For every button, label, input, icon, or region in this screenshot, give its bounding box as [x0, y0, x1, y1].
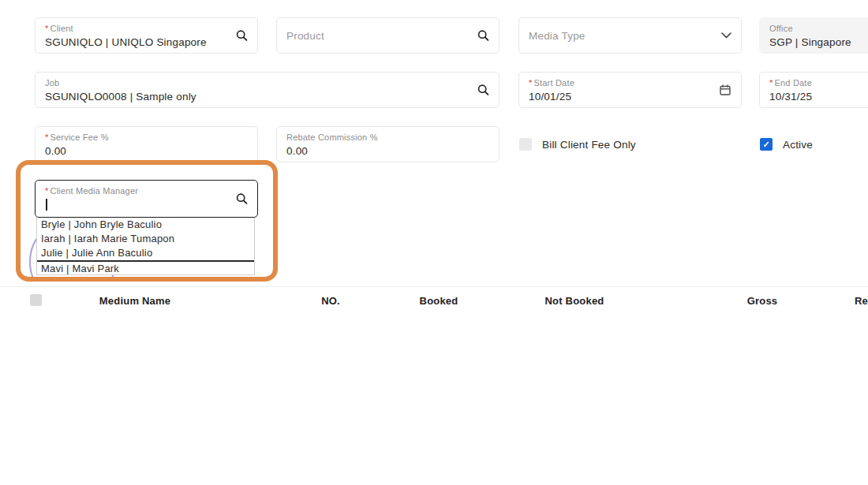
required-asterisk: * [45, 24, 48, 33]
rebate-commission-value: 0.00 [286, 144, 489, 159]
search-icon[interactable] [236, 30, 248, 42]
chevron-down-icon[interactable] [721, 32, 731, 39]
required-asterisk: * [529, 78, 532, 88]
service-fee-value: 0.00 [45, 144, 248, 159]
active-checkbox[interactable]: ✓ [760, 138, 773, 151]
job-value: SGUNIQLO0008 | Sample only [45, 90, 489, 104]
text-caret [46, 199, 47, 211]
client-media-manager-dropdown: Bryle | John Bryle Baculio Iarah | Iarah… [36, 218, 255, 275]
column-not-booked: Not Booked [545, 295, 604, 307]
calendar-icon[interactable] [719, 84, 731, 96]
client-media-manager-highlight-popup: *Client Media Manager Bryle | John Bryle… [16, 160, 278, 282]
start-date-label: *Start Date [529, 77, 731, 88]
job-field[interactable]: Job SGUNIQLO0008 | Sample only [35, 72, 499, 108]
office-label: Office [769, 23, 868, 34]
product-field[interactable]: Product [276, 17, 499, 54]
dropdown-option[interactable]: Iarah | Iarah Marie Tumapon [37, 232, 254, 246]
bill-client-fee-only-checkbox[interactable]: ✓ [519, 138, 532, 151]
end-date-field[interactable]: *End Date 10/31/25 [759, 72, 868, 108]
start-date-field[interactable]: *Start Date 10/01/25 [518, 72, 742, 108]
column-gross: Gross [747, 295, 778, 307]
product-placeholder: Product [286, 18, 324, 53]
booking-form-page: *Client SGUNIQLO | UNIQLO Singapore Prod… [0, 0, 868, 485]
check-icon: ✓ [762, 140, 769, 149]
client-label: *Client [45, 23, 248, 34]
end-date-label: *End Date [769, 77, 868, 88]
search-icon[interactable] [236, 193, 248, 205]
end-date-value: 10/31/25 [769, 90, 868, 104]
media-type-select[interactable]: Media Type [518, 17, 742, 54]
rebate-commission-label: Rebate Commission % [286, 132, 489, 143]
media-type-placeholder: Media Type [529, 18, 586, 53]
client-value: SGUNIQLO | UNIQLO Singapore [45, 35, 248, 50]
column-medium-name: Medium Name [99, 295, 170, 307]
search-icon[interactable] [477, 30, 489, 42]
dropdown-option[interactable]: Julie | Julie Ann Baculio [37, 246, 254, 260]
required-asterisk: * [45, 186, 48, 196]
rebate-commission-field[interactable]: Rebate Commission % 0.00 [276, 126, 499, 162]
bill-client-fee-only-row: ✓ Bill Client Fee Only [519, 138, 636, 151]
required-asterisk: * [769, 78, 773, 88]
client-media-manager-label: *Client Media Manager [45, 185, 248, 196]
active-label: Active [783, 139, 813, 151]
service-fee-label: *Service Fee % [45, 132, 248, 143]
active-row: ✓ Active [760, 138, 813, 151]
office-field: Office SGP | Singapore [759, 17, 868, 54]
column-booked: Booked [420, 295, 458, 307]
dropdown-option[interactable]: Bryle | John Bryle Baculio [37, 218, 254, 232]
job-label: Job [45, 77, 489, 88]
dropdown-option[interactable]: Mavi | Mavi Park [37, 260, 254, 274]
search-icon[interactable] [477, 84, 489, 96]
select-all-checkbox[interactable] [30, 294, 42, 306]
service-fee-field[interactable]: *Service Fee % 0.00 [35, 126, 258, 162]
bill-client-fee-only-label: Bill Client Fee Only [542, 139, 636, 151]
column-no: NO. [321, 295, 340, 307]
office-value: SGP | Singapore [769, 35, 868, 50]
column-rebate-truncated: Re [855, 295, 868, 307]
required-asterisk: * [45, 132, 48, 142]
start-date-value: 10/01/25 [529, 90, 731, 104]
client-field[interactable]: *Client SGUNIQLO | UNIQLO Singapore [35, 17, 258, 54]
client-media-manager-input[interactable]: *Client Media Manager [35, 180, 258, 218]
media-table-header: Medium Name NO. Booked Not Booked Gross … [0, 286, 868, 313]
